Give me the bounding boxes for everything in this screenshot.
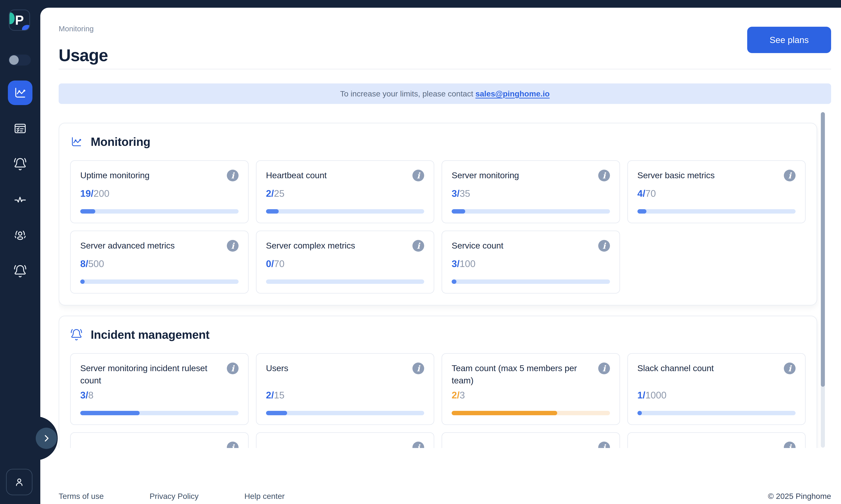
sidebar-expand-button[interactable] [36, 428, 57, 449]
card-title: Server complex metrics [266, 239, 355, 252]
info-icon[interactable]: i [412, 240, 424, 252]
sidebar-item-usage[interactable] [8, 80, 32, 105]
sidebar-nav [0, 80, 40, 284]
usage-progress-bar [452, 209, 610, 214]
usage-value: 1/1000 [637, 390, 796, 401]
info-icon[interactable]: i [598, 362, 610, 374]
info-icon[interactable]: i [784, 442, 795, 448]
usage-card: Team count (max 5 members per team)i2/3 [442, 353, 620, 425]
info-icon[interactable]: i [227, 442, 239, 448]
info-icon[interactable]: i [784, 362, 795, 374]
progress-fill [80, 280, 85, 284]
see-plans-button[interactable]: See plans [747, 27, 831, 53]
sidebar-item-notifications[interactable] [8, 259, 32, 284]
card-title: Server monitoring incident ruleset count [80, 362, 222, 386]
limit-count: 25 [274, 188, 285, 199]
usage-progress-bar [266, 209, 424, 214]
usage-card: Server basic metricsi4/70 [628, 160, 806, 223]
usage-card: Server monitoring incident ruleset count… [70, 353, 248, 425]
card-title: Server basic metrics [637, 169, 715, 182]
sidebar-item-alerts[interactable] [8, 152, 32, 176]
usage-value: 3/35 [452, 188, 610, 199]
sidebar-item-profile[interactable] [6, 469, 32, 495]
header-divider [58, 69, 831, 69]
usage-card: i [442, 432, 620, 448]
limit-count: 100 [460, 258, 476, 269]
status-page-icon [13, 122, 27, 135]
section-monitoring: MonitoringUptime monitoringi19/200Heartb… [58, 123, 817, 305]
info-icon[interactable]: i [598, 170, 610, 181]
info-icon[interactable]: i [412, 170, 424, 181]
limit-count: 35 [460, 188, 470, 199]
card-title: Users [266, 362, 288, 374]
page-title: Usage [58, 46, 108, 65]
usage-card: i [70, 432, 248, 448]
usage-progress-bar [452, 280, 610, 284]
footer-link-terms[interactable]: Terms of use [58, 492, 104, 501]
bell-ring-icon [13, 265, 27, 278]
info-icon[interactable]: i [412, 442, 424, 448]
info-icon[interactable]: i [598, 240, 610, 252]
card-title: Team count (max 5 members per team) [452, 362, 594, 386]
main-content: Monitoring Usage See plans To increase y… [40, 8, 841, 504]
used-count: 2 [266, 390, 271, 400]
card-title: Slack channel count [637, 362, 714, 374]
copyright: © 2025 Pinghome [768, 492, 831, 501]
used-count: 0 [266, 258, 271, 269]
theme-toggle[interactable] [8, 55, 31, 66]
sidebar-item-team[interactable] [8, 223, 32, 248]
info-icon[interactable]: i [784, 170, 795, 181]
card-title: Server advanced metrics [80, 239, 175, 252]
limit-count: 3 [460, 390, 465, 400]
bell-ring-icon [13, 157, 27, 171]
used-count: 2 [266, 188, 271, 199]
usage-value: 4/70 [637, 188, 796, 199]
progress-fill [452, 209, 465, 214]
usage-value: 19/200 [80, 188, 239, 199]
info-icon[interactable]: i [598, 442, 610, 448]
used-count: 19 [80, 188, 91, 199]
progress-fill [452, 280, 457, 284]
limit-count: 15 [274, 390, 285, 400]
usage-value: 2/15 [266, 390, 424, 401]
progress-fill [637, 209, 647, 214]
used-count: 4 [637, 188, 643, 199]
usage-card: Server advanced metricsi8/500 [70, 231, 248, 293]
toggle-knob [9, 55, 19, 65]
limit-count: 8 [88, 390, 93, 400]
usage-card: Uptime monitoringi19/200 [70, 160, 248, 223]
progress-fill [80, 209, 95, 214]
usage-card: i [256, 432, 434, 448]
scrollbar-thumb[interactable] [821, 112, 825, 387]
usage-progress-bar [266, 411, 424, 415]
usage-card: Service counti3/100 [442, 231, 620, 293]
scrollbar-track[interactable] [821, 112, 825, 448]
breadcrumb: Monitoring [58, 24, 93, 33]
card-grid: Uptime monitoringi19/200Heartbeat counti… [70, 160, 806, 293]
pinghome-logo[interactable]: P [9, 10, 30, 31]
chevron-right-icon [41, 433, 51, 443]
limit-count: 500 [88, 258, 104, 269]
footer-link-help[interactable]: Help center [244, 492, 285, 501]
sidebar-item-status-pages[interactable] [8, 116, 32, 141]
limit-count: 200 [93, 188, 109, 199]
sections: MonitoringUptime monitoringi19/200Heartb… [58, 112, 817, 448]
usage-progress-bar [452, 411, 610, 415]
info-icon[interactable]: i [412, 362, 424, 374]
usage-card: Usersi2/15 [256, 353, 434, 425]
usage-value: 0/70 [266, 258, 424, 269]
progress-fill [266, 411, 287, 415]
footer-link-privacy[interactable]: Privacy Policy [150, 492, 199, 501]
logo-letter: P [10, 10, 29, 30]
sidebar-item-heartbeats[interactable] [8, 187, 32, 212]
info-icon[interactable]: i [227, 170, 239, 181]
section-title: Monitoring [91, 135, 151, 149]
sales-email-link[interactable]: sales@pinghome.io [476, 89, 550, 98]
usage-card: Slack channel counti1/1000 [628, 353, 806, 425]
usage-progress-bar [80, 280, 239, 284]
used-count: 3 [452, 258, 457, 269]
user-icon [13, 476, 25, 488]
usage-progress-bar [637, 411, 796, 415]
info-icon[interactable]: i [227, 240, 239, 252]
info-icon[interactable]: i [227, 362, 239, 374]
